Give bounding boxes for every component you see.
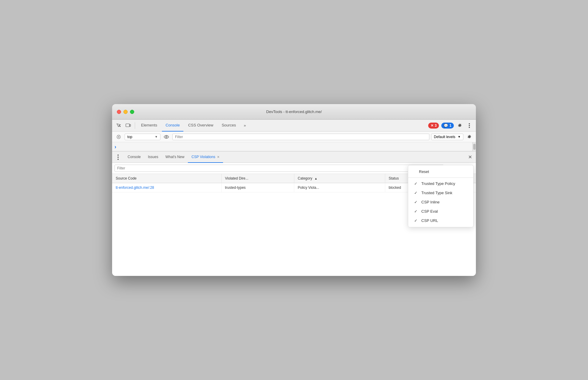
source-link[interactable]: tt-enforced.glitch.me/:28 [116, 186, 154, 190]
devtools-window: DevTools - tt-enforced.glitch.me/ Elemen… [112, 104, 476, 276]
csp-filter-input[interactable] [114, 165, 444, 172]
cell-source: tt-enforced.glitch.me/:28 [112, 183, 221, 192]
tab-console[interactable]: Console [162, 120, 183, 132]
tab-sources[interactable]: Sources [218, 120, 239, 132]
check-csp-inline: ✓ [414, 200, 419, 204]
more-tabs-button[interactable]: » [241, 121, 249, 130]
scroll-indicator: › [114, 143, 116, 150]
check-csp-eval: ✓ [414, 209, 419, 214]
tab-console-panel[interactable]: Console [124, 152, 144, 163]
close-csp-tab[interactable]: × [217, 155, 219, 159]
category-csp-url[interactable]: ✓ CSP URL [408, 216, 473, 225]
context-selector[interactable]: top ▼ [125, 134, 160, 140]
bottom-panel: Console Issues What's New CSP Violations… [112, 151, 476, 276]
console-filter-input[interactable] [172, 134, 429, 140]
sort-indicator: ▲ [315, 177, 318, 180]
clear-console-button[interactable] [114, 133, 123, 141]
svg-rect-0 [126, 124, 129, 127]
scroll-area: › [112, 142, 476, 151]
panel-tab-menu[interactable] [114, 154, 122, 161]
category-csp-eval[interactable]: ✓ CSP Eval [408, 207, 473, 216]
col-source-code: Source Code [112, 174, 221, 183]
info-badge[interactable]: 💬 1 [441, 123, 454, 129]
close-bottom-panel-button[interactable]: ✕ [466, 154, 474, 161]
console-settings-button[interactable] [465, 133, 474, 141]
inspect-element-button[interactable] [114, 121, 123, 130]
check-csp-url: ✓ [414, 218, 419, 223]
col-category[interactable]: Category ▲ [294, 174, 385, 183]
eye-filter-button[interactable] [162, 133, 171, 141]
close-button[interactable] [117, 110, 121, 114]
category-trusted-type-policy[interactable]: ✓ Trusted Type Policy [408, 179, 473, 188]
maximize-button[interactable] [130, 110, 134, 114]
title-bar: DevTools - tt-enforced.glitch.me/ [112, 104, 476, 120]
dropdown-divider [408, 177, 473, 178]
categories-dropdown-menu: Reset ✓ Trusted Type Policy ✓ Trusted Ty… [408, 165, 474, 227]
cell-category: Policy Viola... [294, 183, 385, 192]
minimize-button[interactable] [123, 110, 128, 114]
reset-categories-button[interactable]: Reset [408, 167, 473, 176]
tab-csp-violations-panel[interactable]: CSP Violations × [188, 152, 223, 163]
category-trusted-type-sink[interactable]: ✓ Trusted Type Sink [408, 188, 473, 197]
category-csp-inline[interactable]: ✓ CSP Inline [408, 197, 473, 207]
tab-css-overview[interactable]: CSS Overview [185, 120, 217, 132]
tab-elements[interactable]: Elements [137, 120, 161, 132]
tab-whats-new-panel[interactable]: What's New [162, 152, 188, 163]
col-violated-directive: Violated Dire... [221, 174, 294, 183]
settings-button[interactable] [456, 121, 464, 130]
cell-violated-directive: trusted-types [221, 183, 294, 192]
error-badge[interactable]: ✕ 3 [428, 123, 439, 129]
devtools-toolbar: Elements Console CSS Overview Sources » … [112, 120, 476, 132]
traffic-lights [117, 110, 134, 114]
kebab-menu-button[interactable] [465, 121, 474, 130]
check-trusted-type-policy: ✓ [414, 181, 419, 186]
filter-bar: Categories ▼ Reset ✓ Trusted Type Policy… [112, 163, 476, 174]
svg-rect-1 [130, 124, 131, 126]
console-toolbar: top ▼ Default levels ▼ [112, 132, 476, 142]
tab-issues-panel[interactable]: Issues [144, 152, 162, 163]
svg-point-5 [166, 136, 167, 138]
panel-tabs: Console Issues What's New CSP Violations… [112, 152, 476, 163]
device-toolbar-button[interactable] [124, 121, 132, 130]
check-trusted-type-sink: ✓ [414, 191, 419, 195]
categories-dropdown-container: Categories ▼ Reset ✓ Trusted Type Policy… [444, 165, 474, 172]
levels-dropdown[interactable]: Default levels ▼ [431, 134, 463, 140]
window-title: DevTools - tt-enforced.glitch.me/ [266, 109, 322, 114]
toolbar-divider-1 [135, 122, 135, 129]
